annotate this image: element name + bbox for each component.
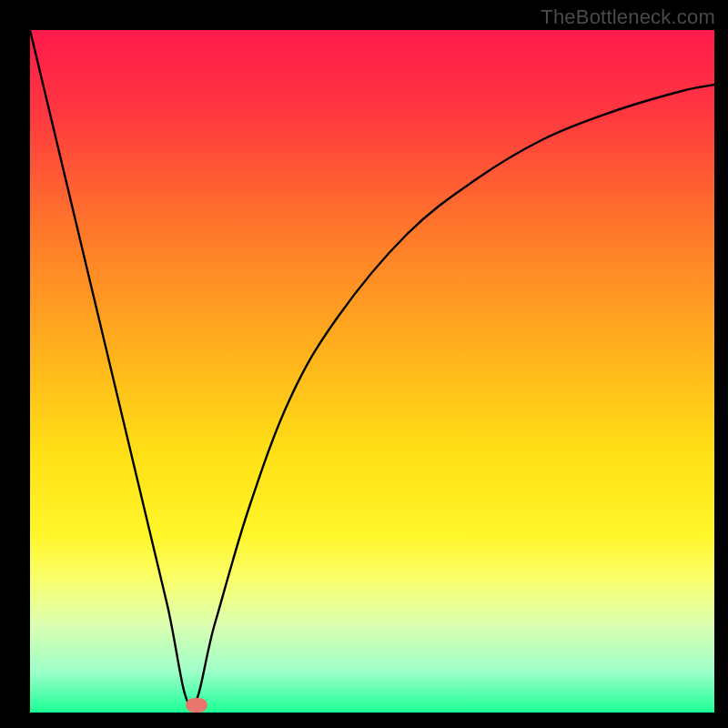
plot-area <box>30 30 714 713</box>
optimum-marker <box>186 698 207 713</box>
watermark-text: TheBottleneck.com <box>541 5 715 29</box>
bottleneck-curve <box>30 30 714 713</box>
